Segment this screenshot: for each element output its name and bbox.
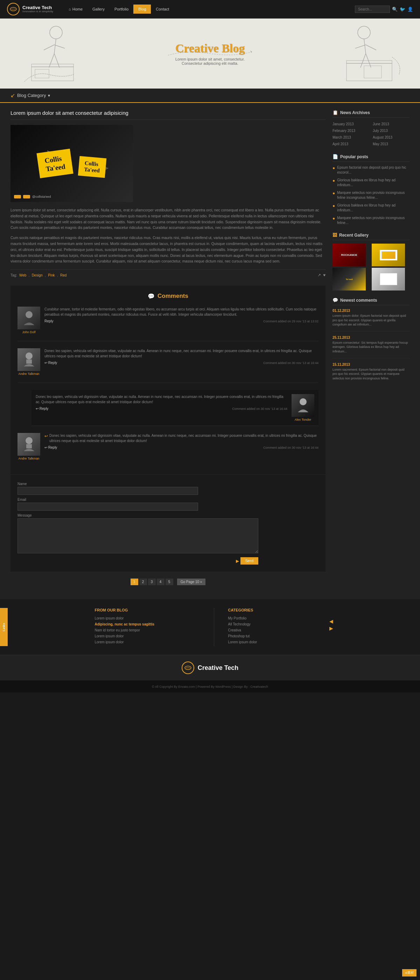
- next-arrow-icon[interactable]: ▶: [329, 625, 333, 631]
- hero-center: Creative Blog Lorem ipsum dolor sit amet…: [175, 41, 245, 65]
- tag-sep-1: ,: [29, 273, 29, 278]
- popular-link[interactable]: Marquee selectus non provisio incongruou…: [337, 216, 409, 225]
- logo[interactable]: Creative Tech Innovation is in simplicit…: [7, 3, 53, 15]
- pagination: 1 2 3 4 5 Go Page 10 »: [11, 571, 326, 592]
- reply-button[interactable]: ↩ Reply: [45, 445, 57, 449]
- tag-web[interactable]: Web: [19, 274, 26, 277]
- archive-link[interactable]: January 2013: [332, 121, 369, 127]
- footer-blog-link-1[interactable]: Lorem ipsum dolor: [95, 616, 200, 620]
- message-input[interactable]: [18, 519, 258, 554]
- footer-cat-link-4[interactable]: Photoshop tut: [228, 634, 326, 638]
- hero-section: Creative Blog Lorem ipsum dolor sit amet…: [0, 19, 420, 89]
- comment-date: Comment added on 30 nov '13 at 16:44: [263, 446, 318, 449]
- tag-sep-2: ,: [45, 273, 46, 278]
- comment-item-nested: Donec leo sapien, vehicula vel dignissim…: [32, 390, 318, 426]
- category-chevron-icon[interactable]: ▾: [48, 93, 50, 98]
- tag-red[interactable]: Red: [60, 274, 67, 277]
- comment-text: Donec leo sapien, vehicula vel dignissim…: [36, 394, 287, 405]
- commenter-name: John Dolf: [18, 330, 40, 334]
- archive-link[interactable]: June 2013: [373, 121, 409, 127]
- form-name-field: Name: [18, 482, 318, 495]
- logo-text-group: Creative Tech Innovation is in simplicit…: [22, 5, 53, 13]
- footer-categories-title: CATEGORIES: [228, 608, 333, 612]
- popular-link[interactable]: Marquee selectus non provisio incongruou…: [337, 190, 409, 200]
- page-5[interactable]: 5: [165, 579, 173, 585]
- twitter-icon[interactable]: 🐦: [400, 6, 405, 12]
- go-page-button[interactable]: Go Page 10 »: [177, 579, 206, 585]
- svg-line-3: [54, 39, 56, 54]
- popular-link[interactable]: Epsum factorial non deposit quid pro quo…: [337, 165, 409, 175]
- footer-blog-link-2[interactable]: Adipiscing, nunc ac tempus sagittis: [95, 622, 200, 626]
- gallery-item-4[interactable]: [372, 268, 405, 291]
- svg-marker-20: [250, 50, 252, 53]
- reply-button[interactable]: ↩ Reply: [45, 361, 57, 365]
- popular-link[interactable]: Glorious baklava ex librus hup hey ad in…: [337, 203, 409, 213]
- search-icon[interactable]: 🔍: [392, 6, 398, 12]
- reply-button[interactable]: ↩ Reply: [36, 407, 48, 410]
- gallery-item-2[interactable]: [372, 243, 405, 266]
- article: Lorem ipsum dolor sit amet consectetur a…: [11, 110, 326, 280]
- page-1[interactable]: 1: [130, 579, 138, 585]
- user-icon[interactable]: 👤: [407, 6, 413, 12]
- share-icon[interactable]: ↗: [317, 273, 321, 278]
- footer-cat-link-3[interactable]: Creativa: [228, 628, 326, 632]
- bullet-icon: ●: [332, 216, 335, 225]
- nav-portfolio[interactable]: Portfolio: [110, 5, 134, 14]
- article-tags: Tag: Web , Design , Pink , Red ↗ ♥: [11, 269, 326, 280]
- footer-logo: Creative Tech: [6, 662, 414, 674]
- svg-point-21: [25, 311, 33, 318]
- page-4[interactable]: 4: [157, 579, 164, 585]
- name-label: Name: [18, 482, 318, 486]
- reply-button[interactable]: Reply: [45, 319, 54, 323]
- footer-top: Links FROM OUR BLOG Lorem ipsum dolor Ad…: [0, 599, 420, 655]
- nav-blog[interactable]: Blog: [134, 5, 151, 14]
- archive-link[interactable]: August 2013: [373, 134, 409, 140]
- name-input[interactable]: [18, 487, 198, 495]
- svg-line-5: [54, 54, 59, 68]
- footer-cat-link-5[interactable]: Lorem ipsum dolor: [228, 640, 326, 644]
- footer-cat-link-1[interactable]: My Portfolio: [228, 616, 326, 620]
- footer-blog-link-4[interactable]: Lorem ipsum dolor: [95, 634, 200, 638]
- footer-cat-link-2[interactable]: All Technology: [228, 622, 326, 626]
- archive-link[interactable]: March 2013: [332, 134, 369, 140]
- nav-home[interactable]: ⌂ Home: [64, 5, 88, 14]
- like-icon[interactable]: ♥: [323, 273, 326, 278]
- archives-icon: 📋: [332, 110, 338, 115]
- gallery-item-1[interactable]: ROCKANCE: [332, 243, 366, 266]
- footer-logo-text: Creative Tech: [198, 664, 239, 671]
- comment-item: Andre Talkman Donec leo sapien, vehicula…: [18, 348, 318, 383]
- comment-text: Donec leo sapien, vehicula vel dignissim…: [49, 433, 318, 444]
- popular-posts-title: 📄 Popular posts: [332, 154, 409, 162]
- category-bar[interactable]: ↙ Blog Category ▾: [0, 89, 420, 103]
- comment-item: Andre Talkman ↩ Donec leo sapien, vehicu…: [18, 433, 318, 460]
- tag-pink[interactable]: Pink: [48, 274, 55, 277]
- footer-blog-link-5[interactable]: Lorem ipsum dolor: [95, 640, 200, 644]
- form-message-field: Message: [18, 514, 318, 554]
- recent-gallery-title: 🖼 Recent Gallery: [332, 232, 409, 240]
- page-3[interactable]: 3: [148, 579, 156, 585]
- category-title[interactable]: Blog Category: [17, 93, 46, 98]
- footer-blog-title: FROM OUR BLOG: [95, 608, 200, 612]
- footer-blog-link-3[interactable]: Nam id tortor eu justo tempor: [95, 628, 200, 632]
- search-input[interactable]: [355, 6, 390, 13]
- page-2[interactable]: 2: [139, 579, 147, 585]
- nc-date-2: 25.11.2013: [332, 336, 409, 339]
- popular-link[interactable]: Glorious baklava ex librus hup hey ad in…: [337, 178, 409, 188]
- send-button[interactable]: Send: [240, 557, 258, 565]
- comment-text: Curabitur ornare, tortor id molestie fer…: [45, 307, 318, 317]
- email-input[interactable]: [18, 503, 198, 511]
- bullet-icon: ●: [332, 165, 335, 175]
- archive-link[interactable]: May 2013: [373, 141, 409, 147]
- gallery-item-3[interactable]: Ta'eed: [332, 268, 366, 291]
- tag-design[interactable]: Design: [32, 274, 43, 277]
- comment-content: ↩ Donec leo sapien, vehicula vel digniss…: [45, 433, 318, 460]
- avatar-image: [18, 433, 40, 456]
- archive-link[interactable]: April 2013: [332, 141, 369, 147]
- svg-rect-26: [26, 444, 32, 449]
- nav-contact[interactable]: Contact: [151, 5, 174, 14]
- nav-gallery[interactable]: Gallery: [88, 5, 110, 14]
- archive-link[interactable]: February 2013: [332, 128, 369, 134]
- svg-line-16: [366, 45, 376, 50]
- prev-arrow-icon[interactable]: ◀: [329, 619, 333, 624]
- archive-link[interactable]: July 2013: [373, 128, 409, 134]
